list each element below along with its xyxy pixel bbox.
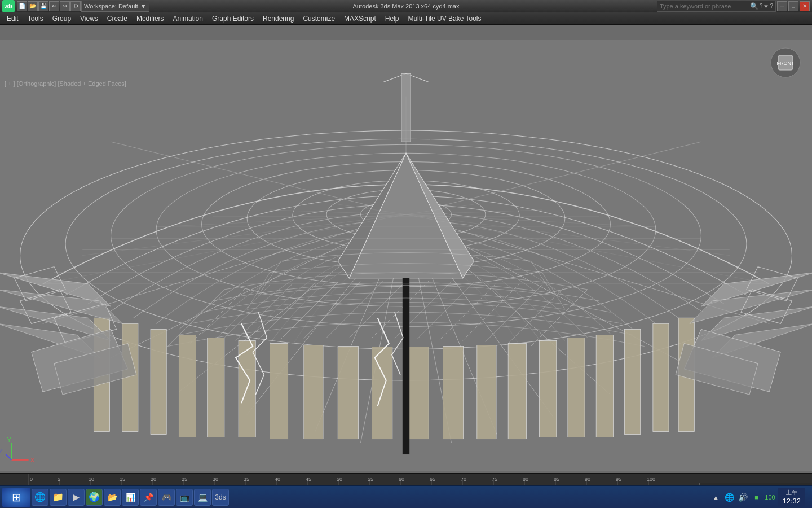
svg-rect-40 xyxy=(443,347,463,439)
bookmark-icon[interactable]: ★ xyxy=(764,3,769,9)
svg-rect-36 xyxy=(304,345,323,439)
clock-time: 12:32 xyxy=(782,497,801,505)
svg-text:X: X xyxy=(30,457,35,463)
menu-multitile[interactable]: Multi-Tile UV Bake Tools xyxy=(403,12,486,25)
svg-text:45: 45 xyxy=(306,476,311,482)
svg-text:75: 75 xyxy=(492,476,497,482)
menu-views[interactable]: Views xyxy=(76,12,103,25)
taskbar-ie-icon[interactable]: 🌐 xyxy=(32,489,48,506)
menu-bar: Edit Tools Group Views Create Modifiers … xyxy=(0,12,812,25)
undo-icon[interactable]: ↩ xyxy=(49,1,59,11)
viewport-gizmo[interactable]: FRONT xyxy=(768,45,803,80)
svg-rect-32 xyxy=(179,335,196,437)
menu-edit[interactable]: Edit xyxy=(2,12,23,25)
svg-rect-43 xyxy=(540,340,557,437)
menu-maxscript[interactable]: MAXScript xyxy=(339,12,381,25)
tray-network-icon[interactable]: 🌐 xyxy=(723,492,735,503)
menu-animation[interactable]: Animation xyxy=(169,12,208,25)
svg-text:70: 70 xyxy=(461,476,466,482)
svg-text:0: 0 xyxy=(30,476,33,482)
svg-rect-39 xyxy=(408,347,429,439)
taskbar-folder-icon[interactable]: 📁 xyxy=(50,489,67,506)
workspace-dropdown[interactable]: Workspace: Default ▼ xyxy=(81,1,149,12)
svg-text:15: 15 xyxy=(120,476,125,482)
quick-access-toolbar: 📄 📂 💾 ↩ ↪ ⚙ Workspace: Default ▼ xyxy=(17,1,149,12)
taskbar-chart-icon[interactable]: 📊 xyxy=(122,489,139,506)
taskbar-clock[interactable]: 上午 12:32 xyxy=(778,488,805,506)
svg-rect-42 xyxy=(508,344,526,439)
taskbar-app4-icon[interactable]: 💻 xyxy=(194,489,211,506)
svg-text:40: 40 xyxy=(275,476,280,482)
svg-text:80: 80 xyxy=(523,476,528,482)
svg-rect-35 xyxy=(270,344,288,439)
minimize-button[interactable]: ─ xyxy=(777,1,787,11)
search-input[interactable] xyxy=(660,3,750,10)
titlebar-controls: 🔍 ? ★ ? ─ □ ✕ xyxy=(657,1,810,12)
tray-arrow-icon[interactable]: ▲ xyxy=(710,492,721,503)
menu-help[interactable]: Help xyxy=(381,12,404,25)
system-tray: ▲ 🌐 🔊 ■ 100 上午 12:32 xyxy=(705,488,810,506)
taskbar-media-icon[interactable]: ▶ xyxy=(68,489,85,506)
svg-rect-33 xyxy=(208,338,224,437)
tray-battery-icon[interactable]: ■ xyxy=(751,492,762,503)
menu-customize[interactable]: Customize xyxy=(298,12,339,25)
menu-create[interactable]: Create xyxy=(103,12,132,25)
menu-tools[interactable]: Tools xyxy=(23,12,48,25)
save-file-icon[interactable]: 💾 xyxy=(38,1,48,11)
svg-text:60: 60 xyxy=(399,476,404,482)
svg-rect-37 xyxy=(338,347,358,439)
search-icon[interactable]: 🔍 xyxy=(750,2,758,10)
svg-text:20: 20 xyxy=(151,476,156,482)
3d-scene[interactable]: X Y Z xyxy=(0,40,812,471)
svg-rect-50 xyxy=(401,73,411,142)
scene-settings-icon[interactable]: ⚙ xyxy=(70,1,81,11)
menu-graph-editors[interactable]: Graph Editors xyxy=(208,12,258,25)
menu-modifiers[interactable]: Modifiers xyxy=(132,12,169,25)
window-title: Autodesk 3ds Max 2013 x64 cyd4.max xyxy=(353,3,460,10)
svg-text:65: 65 xyxy=(430,476,435,482)
taskbar-files-icon[interactable]: 📂 xyxy=(104,489,121,506)
redo-icon[interactable]: ↪ xyxy=(60,1,70,11)
taskbar: ⊞ 🌐 📁 ▶ 🌍 📂 📊 📌 🎮 📺 💻 3ds ▲ 🌐 🔊 ■ 100 上午… xyxy=(0,485,812,508)
svg-text:50: 50 xyxy=(337,476,342,482)
tray-battery-percent: 100 xyxy=(764,492,775,503)
maximize-button[interactable]: □ xyxy=(788,1,798,11)
svg-text:5: 5 xyxy=(58,476,60,482)
svg-rect-41 xyxy=(477,345,496,439)
taskbar-app5-icon[interactable]: 3ds xyxy=(212,489,229,506)
svg-text:Y: Y xyxy=(7,436,11,443)
svg-rect-46 xyxy=(625,329,641,434)
time-ruler[interactable]: 0 5 10 15 20 25 30 35 40 45 50 55 60 65 … xyxy=(0,473,812,485)
tray-volume-icon[interactable]: 🔊 xyxy=(737,492,748,503)
svg-text:55: 55 xyxy=(368,476,373,482)
svg-rect-44 xyxy=(568,338,585,437)
help-search-icon[interactable]: ? xyxy=(760,3,763,9)
taskbar-app3-icon[interactable]: 📺 xyxy=(176,489,193,506)
svg-text:85: 85 xyxy=(554,476,559,482)
close-button[interactable]: ✕ xyxy=(800,1,810,11)
app-logo: 3ds xyxy=(2,0,15,12)
svg-text:30: 30 xyxy=(213,476,218,482)
menu-group[interactable]: Group xyxy=(48,12,76,25)
taskbar-app2-icon[interactable]: 🎮 xyxy=(158,489,175,506)
svg-text:10: 10 xyxy=(89,476,94,482)
clock-ampm: 上午 xyxy=(782,489,801,497)
open-file-icon[interactable]: 📂 xyxy=(28,1,38,11)
svg-text:100: 100 xyxy=(647,476,655,482)
help-icon[interactable]: ? xyxy=(770,3,773,9)
viewport[interactable]: [ + ] [Orthographic] [Shaded + Edged Fac… xyxy=(0,40,812,471)
taskbar-app1-icon[interactable]: 📌 xyxy=(140,489,157,506)
start-button[interactable]: ⊞ xyxy=(2,488,30,507)
search-box[interactable]: 🔍 ? ★ ? xyxy=(657,1,776,12)
svg-rect-31 xyxy=(151,329,166,434)
titlebar-left: 3ds 📄 📂 💾 ↩ ↪ ⚙ Workspace: Default ▼ xyxy=(2,0,149,12)
new-file-icon[interactable]: 📄 xyxy=(17,1,27,11)
svg-text:90: 90 xyxy=(585,476,590,482)
svg-text:35: 35 xyxy=(244,476,249,482)
menu-rendering[interactable]: Rendering xyxy=(258,12,298,25)
svg-text:95: 95 xyxy=(616,476,621,482)
svg-text:FRONT: FRONT xyxy=(777,60,795,66)
svg-text:Z: Z xyxy=(0,448,3,454)
svg-rect-49 xyxy=(403,278,409,454)
taskbar-chrome-icon[interactable]: 🌍 xyxy=(86,489,103,506)
